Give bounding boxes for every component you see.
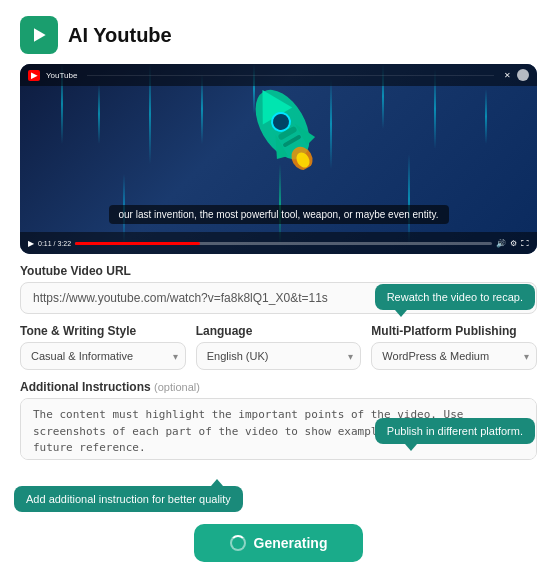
progress-bar[interactable]	[75, 242, 492, 245]
tone-select[interactable]: Casual & Informative Professional Creati…	[20, 342, 186, 370]
fullscreen-btn[interactable]: ⛶	[521, 239, 529, 248]
bottom-bar: Generating	[0, 514, 557, 572]
video-background: our last invention, the most powerful to…	[20, 64, 537, 254]
language-label: Language	[196, 324, 362, 338]
volume-btn[interactable]: 🔊	[496, 239, 506, 248]
tooltip-rewatch: Rewatch the video to recap.	[375, 284, 535, 310]
time-display: 0:11 / 3:22	[38, 240, 71, 247]
yt-text-label: YouTube	[46, 71, 77, 80]
options-row: Tone & Writing Style Casual & Informativ…	[20, 324, 537, 370]
app-logo	[20, 16, 58, 54]
instructions-optional: (optional)	[154, 381, 200, 393]
tone-col: Tone & Writing Style Casual & Informativ…	[20, 324, 186, 370]
video-player[interactable]: our last invention, the most powerful to…	[20, 64, 537, 254]
tone-label: Tone & Writing Style	[20, 324, 186, 338]
url-label: Youtube Video URL	[20, 264, 537, 278]
tooltip-publish: Publish in different platform.	[375, 418, 535, 444]
generate-label: Generating	[254, 535, 328, 551]
app-title: AI Youtube	[68, 24, 172, 47]
play-pause-btn[interactable]: ▶	[28, 239, 34, 248]
platform-col: Multi-Platform Publishing WordPress & Me…	[371, 324, 537, 370]
platform-select[interactable]: WordPress & Medium LinkedIn Twitter	[371, 342, 537, 370]
app-container: AI Youtube	[0, 0, 557, 572]
language-select[interactable]: English (UK) English (US) Spanish	[196, 342, 362, 370]
video-subtitle-text: our last invention, the most powerful to…	[109, 205, 449, 224]
play-icon	[29, 25, 49, 45]
tone-select-wrap: Casual & Informative Professional Creati…	[20, 342, 186, 370]
progress-fill	[75, 242, 200, 245]
yt-account-icon[interactable]	[517, 69, 529, 81]
app-header: AI Youtube	[0, 0, 557, 64]
language-select-wrap: English (UK) English (US) Spanish ▾	[196, 342, 362, 370]
platform-label: Multi-Platform Publishing	[371, 324, 537, 338]
yt-close-btn[interactable]: ✕	[504, 71, 511, 80]
svg-marker-0	[34, 28, 46, 41]
yt-logo-small: ▶	[28, 70, 40, 81]
tooltip-instruction: Add additional instruction for better qu…	[14, 486, 243, 512]
instructions-label-wrap: Additional Instructions (optional)	[20, 380, 537, 394]
video-topbar: ▶ YouTube ✕	[20, 64, 537, 86]
platform-select-wrap: WordPress & Medium LinkedIn Twitter ▾	[371, 342, 537, 370]
settings-btn[interactable]: ⚙	[510, 239, 517, 248]
loading-spinner-icon	[230, 535, 246, 551]
language-col: Language English (UK) English (US) Spani…	[196, 324, 362, 370]
instructions-label: Additional Instructions	[20, 380, 151, 394]
video-controls[interactable]: ▶ 0:11 / 3:22 🔊 ⚙ ⛶	[20, 232, 537, 254]
generate-button[interactable]: Generating	[194, 524, 364, 562]
